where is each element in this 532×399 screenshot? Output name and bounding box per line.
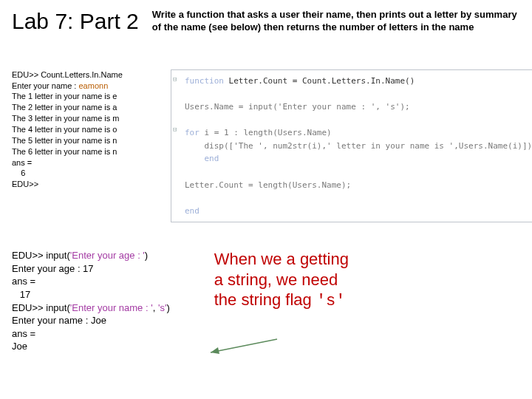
callout-line: the string flag bbox=[214, 290, 316, 309]
bottom-row: EDU>> input('Enter your age : ') Enter y… bbox=[12, 249, 520, 352]
arrow-icon bbox=[203, 336, 284, 358]
header-row: Lab 7: Part 2 Write a function that asks… bbox=[12, 9, 520, 34]
string-literal: 'Enter your name : ' bbox=[70, 302, 153, 313]
console-line: ans = bbox=[12, 158, 32, 167]
code-line: Users.Name = input('Enter your name : ',… bbox=[185, 102, 410, 112]
console-line: Enter your age : 17 bbox=[12, 263, 94, 274]
svg-line-0 bbox=[211, 339, 277, 352]
code-editor-frame: ⊟ ⊟ function function Letter.Count = Cou… bbox=[171, 69, 532, 223]
matlab-console-example: EDU>> input('Enter your age : ') Enter y… bbox=[12, 249, 170, 352]
page-title: Lab 7: Part 2 bbox=[12, 9, 139, 33]
console-line: The 5 letter in your name is n bbox=[12, 136, 117, 145]
console-text: , bbox=[153, 302, 158, 313]
fold-icon: ⊟ bbox=[173, 75, 177, 85]
console-line: Joe bbox=[12, 341, 27, 352]
content-row: EDU>> Count.Letters.In.Name Enter your n… bbox=[12, 69, 520, 223]
string-literal: 's' bbox=[158, 302, 166, 313]
console-line: ans = bbox=[12, 328, 35, 339]
callout-line: a string, we need bbox=[214, 270, 349, 290]
console-line: The 2 letter in your name is a bbox=[12, 103, 117, 112]
code-block: function function Letter.Count = Count.L… bbox=[185, 75, 532, 218]
console-line: The 1 letter in your name is e bbox=[12, 92, 117, 100]
console-line: 6 bbox=[12, 168, 25, 177]
string-literal: 'Enter your age : ' bbox=[70, 250, 145, 261]
console-input: eamonn bbox=[79, 81, 109, 90]
callout-line: When we a getting bbox=[214, 249, 349, 270]
console-line: 17 bbox=[12, 289, 30, 300]
matlab-console-output: EDU>> Count.Letters.In.Name Enter your n… bbox=[12, 69, 163, 190]
fold-icon: ⊟ bbox=[173, 125, 177, 135]
callout-flag: 's' bbox=[316, 292, 346, 310]
console-line: Enter your name : bbox=[12, 81, 79, 90]
code-line: Letter.Count = length(Users.Name); bbox=[185, 180, 351, 190]
console-line: EDU>> Count.Letters.In.Name bbox=[12, 70, 123, 79]
console-line: The 4 letter in your name is o bbox=[12, 125, 117, 134]
console-line: Enter your name : Joe bbox=[12, 315, 106, 326]
instructions-text: Write a function that asks a user their … bbox=[152, 9, 520, 34]
svg-marker-1 bbox=[211, 347, 219, 354]
console-line: ans = bbox=[12, 276, 35, 287]
console-line: The 6 letter in your name is n bbox=[12, 147, 117, 156]
code-line: disp(['The ', num2str(i),' letter in you… bbox=[185, 141, 532, 151]
console-line: The 3 letter in your name is m bbox=[12, 114, 120, 123]
console-line: EDU>> bbox=[12, 180, 38, 188]
